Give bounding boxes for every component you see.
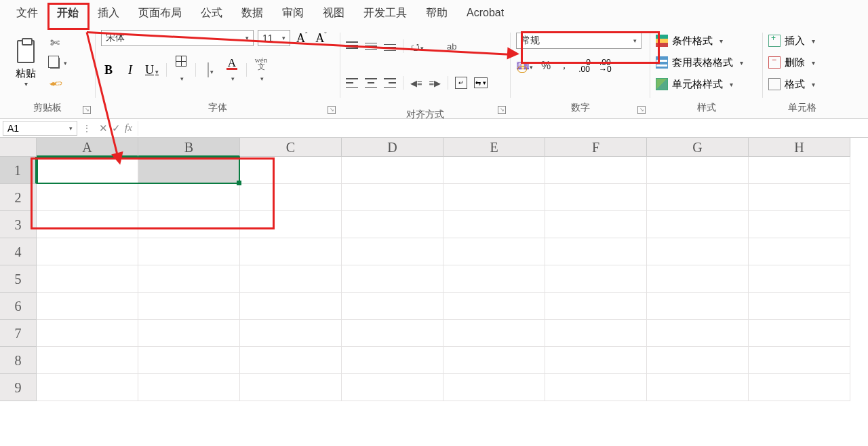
delete-cells-button[interactable]: 删除▾ [768,53,815,72]
cell[interactable] [545,265,647,293]
italic-button[interactable]: I [123,63,138,77]
cell[interactable] [443,265,545,293]
cell[interactable] [545,211,647,238]
cell[interactable] [545,374,647,401]
tab-data[interactable]: 数据 [232,1,273,26]
dialog-launcher-icon[interactable]: ↘ [637,106,646,114]
percent-button[interactable]: % [541,60,551,72]
bold-button[interactable]: B [101,63,116,77]
tab-insert[interactable]: 插入 [88,1,129,26]
cell[interactable] [749,238,850,265]
enter-formula-button[interactable]: ✓ [112,122,121,134]
increase-indent-button[interactable]: ≡▶ [429,78,441,88]
cell[interactable] [443,238,545,265]
row-header[interactable]: 4 [0,238,37,265]
cell[interactable] [545,157,647,184]
tab-formulas[interactable]: 公式 [191,1,232,26]
cell[interactable] [749,320,850,347]
tab-home[interactable]: 开始 [47,1,88,26]
cell[interactable] [749,347,850,374]
cell[interactable] [545,184,647,211]
cell[interactable] [545,347,647,374]
column-header[interactable]: G [647,138,749,157]
row-header[interactable]: 6 [0,293,37,320]
cell[interactable] [749,211,850,238]
cell[interactable] [749,265,850,293]
cell[interactable] [342,265,443,293]
cell[interactable] [240,347,342,374]
select-all-corner[interactable] [0,138,37,157]
cell[interactable] [545,293,647,320]
tab-page-layout[interactable]: 页面布局 [129,1,191,26]
row-header[interactable]: 8 [0,347,37,374]
cell[interactable] [545,238,647,265]
cell[interactable] [37,184,138,211]
cell[interactable] [37,293,138,320]
tab-developer[interactable]: 开发工具 [354,1,416,26]
cell[interactable] [37,265,138,293]
cell[interactable] [37,238,138,265]
cell[interactable] [647,157,749,184]
decrease-decimal-button[interactable]: .00→0 [599,59,612,73]
cell[interactable] [138,157,240,184]
cell[interactable] [443,293,545,320]
phonetic-button[interactable]: wén文▾ [254,56,269,84]
fx-button[interactable]: fx [125,122,132,134]
underline-button[interactable]: U▾ [144,63,159,77]
format-as-table-button[interactable]: 套用表格格式▾ [656,53,743,72]
cell[interactable] [342,293,443,320]
cell[interactable] [647,238,749,265]
decrease-indent-button[interactable]: ◀≡ [410,78,422,88]
cell[interactable] [138,320,240,347]
tab-review[interactable]: 审阅 [273,1,313,26]
cell[interactable] [443,320,545,347]
fill-color-button[interactable]: ▾ [203,63,218,77]
cell[interactable] [749,184,850,211]
currency-button[interactable]: 💷▾ [516,59,533,72]
cell[interactable] [138,347,240,374]
column-header[interactable]: C [240,138,342,157]
cell[interactable] [647,320,749,347]
cell[interactable] [647,347,749,374]
cell[interactable] [240,184,342,211]
insert-cells-button[interactable]: 插入▾ [768,31,815,50]
cell[interactable] [443,211,545,238]
cell-styles-button[interactable]: 单元格样式▾ [656,75,733,94]
cell[interactable] [240,320,342,347]
tab-view[interactable]: 视图 [313,1,354,26]
column-header[interactable]: E [443,138,545,157]
merge-cells-button[interactable]: ⇆▾ [474,77,488,88]
cell[interactable] [240,374,342,401]
cell[interactable] [342,238,443,265]
cell[interactable] [749,293,850,320]
dialog-launcher-icon[interactable]: ↘ [328,106,336,114]
cell[interactable] [342,320,443,347]
wrap-text-button[interactable]: ↵ [455,77,467,89]
cell[interactable] [37,211,138,238]
cell[interactable] [443,157,545,184]
copy-button[interactable]: ▾ [50,56,67,71]
comma-style-button[interactable]: ， [559,58,570,73]
cell[interactable] [240,211,342,238]
align-right-button[interactable] [384,78,396,88]
cell[interactable] [749,157,850,184]
cell[interactable] [342,347,443,374]
number-format-combo[interactable]: 常规▾ [516,33,642,49]
cell[interactable] [37,320,138,347]
cell[interactable] [647,265,749,293]
row-header[interactable]: 7 [0,320,37,347]
cell[interactable] [342,157,443,184]
row-header[interactable]: 1 [0,157,37,184]
tab-acrobat[interactable]: Acrobat [457,1,513,24]
column-header[interactable]: D [342,138,443,157]
tab-help[interactable]: 帮助 [416,1,457,26]
row-header[interactable]: 3 [0,211,37,238]
cell[interactable] [647,184,749,211]
paste-button[interactable]: 粘贴 ▾ [5,30,46,98]
borders-button[interactable]: ▾ [174,56,189,84]
cell[interactable] [647,374,749,401]
cell[interactable] [138,374,240,401]
font-color-button[interactable]: A▾ [224,56,239,84]
cell[interactable] [342,211,443,238]
cell[interactable] [647,293,749,320]
